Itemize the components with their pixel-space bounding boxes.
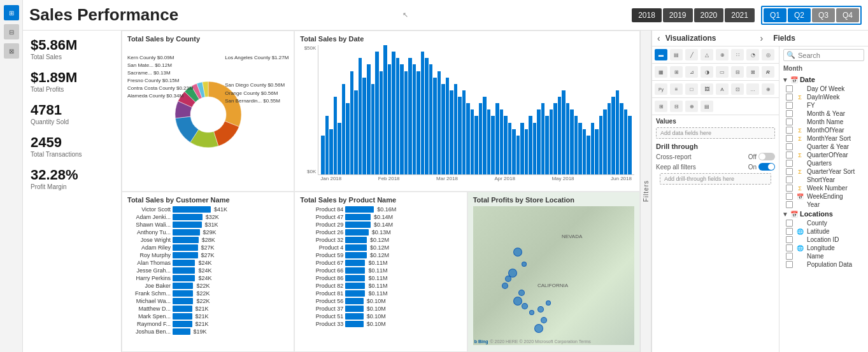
viz-icon-shape[interactable]: □ — [685, 83, 698, 95]
viz-icon-area[interactable]: △ — [701, 49, 713, 60]
viz-icon-gauge[interactable]: ◑ — [701, 66, 713, 78]
field-item-shortyear[interactable]: ShortYear — [782, 176, 865, 184]
field-checkbox[interactable] — [786, 168, 793, 175]
field-checkbox[interactable] — [786, 94, 793, 101]
field-item-quarterofyear[interactable]: Σ QuarterOfYear — [782, 151, 865, 159]
date-bar-chart[interactable]: $50K $0K Jan 2018Feb 2018Mar 2018Apr 201… — [300, 45, 634, 182]
field-item-location-id[interactable]: Location ID — [782, 236, 865, 244]
sidebar-icon-report[interactable]: ⊞ — [4, 5, 19, 20]
viz-icon-donut[interactable]: ◎ — [762, 49, 774, 60]
field-checkbox[interactable] — [786, 143, 793, 150]
viz-icon-card[interactable]: ▭ — [716, 66, 729, 78]
viz-icon-scatter[interactable]: ∷ — [731, 49, 744, 60]
field-checkbox[interactable] — [786, 110, 793, 117]
field-checkbox[interactable] — [786, 220, 793, 227]
product-bar-list[interactable]: Product 84 $0.16MProduct 47 $0.14MProduc… — [300, 206, 461, 346]
sidebar-icon-model[interactable]: ⊠ — [4, 43, 19, 59]
fields-section-date[interactable]: ▼ 📅 Date — [782, 74, 865, 85]
viz-icon-slicer[interactable]: ≡ — [670, 83, 683, 95]
cross-report-toggle[interactable]: Off — [748, 153, 775, 160]
field-checkbox[interactable] — [786, 135, 793, 142]
fields-search-input[interactable] — [798, 52, 868, 59]
viz-icon-custom4[interactable]: ▤ — [701, 101, 713, 112]
field-item-month-name[interactable]: Month Name — [782, 118, 865, 126]
field-checkbox[interactable] — [786, 185, 793, 192]
field-item-latitude[interactable]: 🌐 Latitude — [782, 227, 865, 236]
year-btn-2020[interactable]: 2020 — [694, 8, 724, 22]
map-visualization[interactable]: b Bing © 2020 HERE © 2020 Microsoft Corp… — [473, 206, 634, 346]
field-item-day-of-week[interactable]: Day Of Week — [782, 85, 865, 93]
field-checkbox[interactable] — [786, 118, 793, 125]
field-item-monthyear-sort[interactable]: Σ MonthYear Sort — [782, 134, 865, 143]
field-checkbox[interactable] — [786, 253, 793, 260]
viz-panel-forward-arrow[interactable]: › — [760, 33, 764, 43]
viz-icon-custom2[interactable]: ⊟ — [670, 101, 683, 112]
field-item-weekending[interactable]: 📅 WeekEnding — [782, 192, 865, 201]
field-item-dayinweek[interactable]: Σ DayInWeek — [782, 93, 865, 101]
year-btn-2018[interactable]: 2018 — [632, 8, 662, 22]
viz-icon-py[interactable]: Py — [655, 83, 667, 95]
viz-icon-r[interactable]: R — [762, 66, 774, 78]
field-item-fy[interactable]: FY — [782, 101, 865, 109]
viz-icon-button[interactable]: ⊡ — [731, 83, 744, 95]
field-item-quarteryear-sort[interactable]: Σ QuarterYear Sort — [782, 167, 865, 176]
field-item-population-data[interactable]: Population Data — [782, 260, 865, 269]
viz-icon-treemap[interactable]: ▦ — [655, 66, 667, 78]
field-checkbox[interactable] — [786, 201, 793, 208]
customer-bar-list[interactable]: Victor Scott $41KAdam Jenki... $32KShawn… — [127, 206, 288, 346]
values-drop-zone[interactable]: Add data fields here — [656, 127, 775, 139]
donut-chart[interactable]: Kern County $0.09M San Mate... $0.12M Sa… — [127, 45, 288, 185]
keep-filters-track[interactable] — [758, 163, 775, 171]
field-item-monthofyear[interactable]: Σ MonthOfYear — [782, 126, 865, 134]
viz-icon-more[interactable]: … — [746, 83, 759, 95]
field-checkbox[interactable] — [786, 236, 793, 243]
field-checkbox[interactable] — [786, 127, 793, 134]
drill-drop-zone[interactable]: Add drill-through fields here — [660, 173, 771, 185]
field-item-year[interactable]: Year — [782, 201, 865, 209]
keep-filters-toggle[interactable]: On — [748, 163, 775, 171]
viz-icon-map[interactable]: ⊞ — [670, 66, 683, 78]
field-checkbox[interactable] — [786, 228, 793, 235]
viz-icon-bar2[interactable]: ▤ — [670, 49, 683, 60]
field-item-week-number[interactable]: Σ Week Number — [782, 184, 865, 192]
year-btn-2021[interactable]: 2021 — [725, 8, 755, 22]
field-checkbox[interactable] — [786, 244, 793, 251]
viz-icon-extra[interactable]: ⊕ — [762, 83, 774, 95]
viz-icon-bar[interactable]: ▬ — [655, 49, 667, 60]
field-item-quarter-&-year[interactable]: Quarter & Year — [782, 143, 865, 151]
field-checkbox[interactable] — [786, 85, 793, 92]
field-checkbox[interactable] — [786, 160, 793, 167]
viz-panel-back-arrow[interactable]: ‹ — [657, 33, 660, 43]
viz-icon-table[interactable]: ⊟ — [731, 66, 744, 78]
quarter-btn-Q2[interactable]: Q2 — [788, 8, 811, 22]
field-checkbox[interactable] — [786, 151, 793, 158]
viz-icon-matrix[interactable]: ⊠ — [746, 66, 759, 78]
field-item-month-&-year[interactable]: Month & Year — [782, 109, 865, 118]
field-item-quarters[interactable]: Quarters — [782, 159, 865, 167]
viz-icon-text[interactable]: A — [716, 83, 729, 95]
field-item-name[interactable]: Name — [782, 252, 865, 260]
viz-icon-image[interactable]: 🖼 — [701, 83, 713, 95]
viz-icon-custom3[interactable]: ⊕ — [685, 101, 698, 112]
sidebar-icon-data[interactable]: ⊟ — [4, 24, 19, 39]
viz-icon-funnel[interactable]: ⊿ — [685, 66, 698, 78]
quarter-btn-Q1[interactable]: Q1 — [764, 8, 786, 22]
filters-tab[interactable]: Filters — [640, 31, 651, 352]
viz-icon-line[interactable]: ╱ — [685, 49, 698, 60]
cross-report-track[interactable] — [758, 153, 775, 160]
field-checkbox[interactable] — [786, 102, 793, 109]
field-checkbox[interactable] — [786, 261, 793, 268]
year-btn-2019[interactable]: 2019 — [663, 8, 693, 22]
quarter-btn-Q4[interactable]: Q4 — [836, 8, 859, 22]
fields-search-box[interactable]: 🔍 — [783, 49, 864, 61]
field-checkbox[interactable] — [786, 193, 793, 200]
viz-icon-custom1[interactable]: ⊞ — [655, 101, 667, 112]
viz-icon-pie[interactable]: ◔ — [746, 49, 759, 60]
field-checkbox[interactable] — [786, 176, 793, 183]
viz-icon-ribbon[interactable]: ⊕ — [716, 49, 729, 60]
field-item-longitude[interactable]: 🌐 Longitude — [782, 244, 865, 252]
date-bar — [495, 103, 499, 174]
fields-section-locations[interactable]: ▼ 📅 Locations — [782, 209, 865, 219]
field-item-county[interactable]: County — [782, 219, 865, 227]
quarter-btn-Q3[interactable]: Q3 — [812, 8, 835, 22]
